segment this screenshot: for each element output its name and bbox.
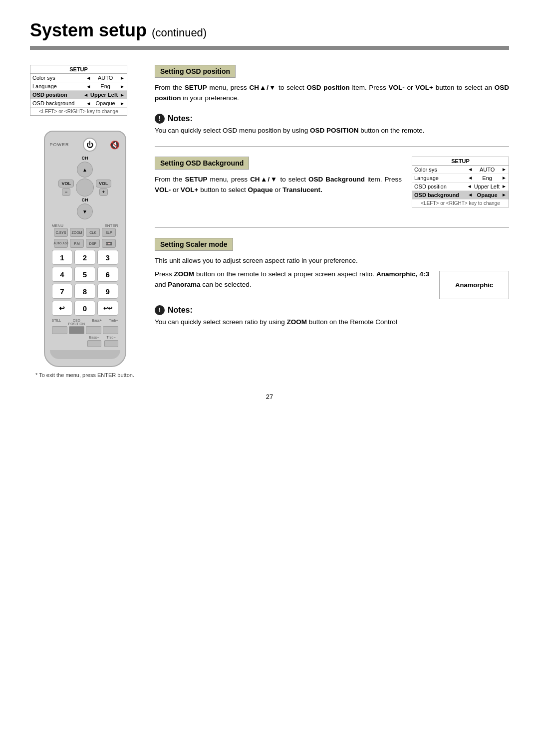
- page-title: System setup (continued): [30, 20, 509, 41]
- nav-cluster: CH ▲ VOL − VOL: [50, 156, 120, 220]
- num-4[interactable]: 4: [52, 267, 73, 282]
- bottom-btn-rows: STILL OSDPOSITION Bass+ Treb+ Bass−: [50, 319, 120, 347]
- scaler-para2: Press ZOOM button on the remote to selec…: [155, 269, 429, 290]
- dsp-button[interactable]: DSP: [86, 239, 100, 248]
- autoadj-button[interactable]: AUTO.ADJ: [54, 239, 68, 248]
- setup-row-colorsys-2: Color sys ◄ AUTO ►: [412, 166, 509, 174]
- notes-icon-2: !: [155, 305, 165, 315]
- osd-position-para1: From the SETUP menu, press CH▲/▼ to sele…: [155, 83, 509, 104]
- num-1[interactable]: 1: [52, 250, 73, 265]
- bassminus-label: Bass−: [89, 336, 99, 339]
- scaler-para1: This unit allows you to adjust screen as…: [155, 256, 429, 266]
- osd-position-content: From the SETUP menu, press CH▲/▼ to sele…: [155, 83, 509, 104]
- scaler-notes: ! Notes: You can quickly select screen r…: [155, 305, 509, 328]
- setup-row-language-2: Language ◄ Eng ►: [412, 174, 509, 183]
- notes-icon-1: !: [155, 114, 165, 124]
- remote-control: POWER ⏻ 🔇 CH ▲: [30, 131, 140, 378]
- menu-enter-row: MENU ENTER: [50, 223, 120, 228]
- setup-row-osdposition-2: OSD position ◄ Upper Left ►: [412, 183, 509, 191]
- zoom-button[interactable]: ZOOM: [70, 228, 84, 237]
- vol-plus-label: VOL: [96, 180, 111, 188]
- num-5[interactable]: 5: [74, 267, 95, 282]
- footnote: * To exit the menu, press ENTER button.: [35, 372, 134, 378]
- ch-up-label: CH: [82, 156, 88, 161]
- notes-text-1: You can quickly select OSD menu position…: [155, 126, 509, 136]
- prev-ch-button[interactable]: ↩: [52, 301, 73, 316]
- num-6[interactable]: 6: [97, 267, 118, 282]
- scaler-text: This unit allows you to adjust screen as…: [155, 256, 429, 300]
- remote-top-row: POWER ⏻ 🔇: [50, 138, 120, 152]
- enter-label: ENTER: [104, 223, 118, 228]
- last-ch-button[interactable]: ↩↩: [97, 301, 118, 316]
- notes-title-1: ! Notes:: [155, 114, 509, 124]
- setup-table-2-footer: <LEFT> or <RIGHT> key to change: [412, 199, 509, 207]
- bottom-btn-grid: [52, 326, 118, 334]
- still-label: STILL: [52, 319, 61, 326]
- scaler-layout: This unit allows you to adjust screen as…: [155, 256, 509, 300]
- power-label: POWER: [50, 142, 69, 147]
- speaker-icon: 🔇: [110, 140, 120, 150]
- setup-table-1-header: SETUP: [30, 65, 127, 74]
- pm-button[interactable]: P.M: [70, 239, 84, 248]
- num-0[interactable]: 0: [74, 301, 95, 316]
- setup-table-1: SETUP Color sys ◄ AUTO ► Language ◄ Eng …: [30, 65, 127, 116]
- left-column: SETUP Color sys ◄ AUTO ► Language ◄ Eng …: [30, 65, 140, 378]
- bass-minus-col: Bass−: [87, 336, 101, 347]
- treb-minus-col: Treb−: [104, 336, 118, 347]
- remote-body: POWER ⏻ 🔇 CH ▲: [44, 131, 126, 367]
- divider-2: [155, 227, 509, 228]
- osd-bg-content: From the SETUP menu, press CH▲/▼ to sele…: [155, 175, 402, 195]
- number-grid: 1 2 3 4 5 6 7 8 9 ↩ 0 ↩↩: [50, 250, 120, 316]
- osdpos-button[interactable]: [69, 326, 84, 334]
- right-column: Setting OSD position From the SETUP menu…: [155, 65, 509, 378]
- divider-1: [155, 146, 509, 147]
- anamorphic-box: Anamorphic: [439, 271, 509, 299]
- btn-row-csys: C.SYS ZOOM CLK SLP: [50, 228, 120, 237]
- setup-table-1-footer: <LEFT> or <RIGHT> key to change: [30, 108, 127, 115]
- csys-button[interactable]: C.SYS: [54, 228, 68, 237]
- num-3[interactable]: 3: [97, 250, 118, 265]
- remote-foot: [50, 350, 120, 359]
- nav-center-circle: [76, 179, 94, 196]
- osd-bg-text: Setting OSD Background From the SETUP me…: [155, 157, 402, 205]
- trebminus-button[interactable]: [104, 340, 118, 347]
- num-7[interactable]: 7: [52, 284, 73, 299]
- osd-background-section: Setting OSD Background From the SETUP me…: [155, 157, 509, 217]
- bassplus-label: Bass+: [92, 319, 102, 326]
- bassplus-button[interactable]: [86, 326, 101, 334]
- vol-minus-button[interactable]: −: [62, 188, 70, 196]
- scaler-mode-section: Setting Scaler mode This unit allows you…: [155, 238, 509, 328]
- num-8[interactable]: 8: [74, 284, 95, 299]
- bottom-labels-row: STILL OSDPOSITION Bass+ Treb+: [52, 319, 118, 326]
- setup-row-colorsys-1: Color sys ◄ AUTO ►: [30, 74, 127, 82]
- bassminus-button[interactable]: [87, 340, 101, 347]
- ch-down-button[interactable]: ▼: [77, 203, 93, 219]
- menu-label: MENU: [52, 223, 64, 228]
- osd-background-header: Setting OSD Background: [155, 157, 249, 170]
- osd-position-header: Setting OSD position: [155, 65, 236, 78]
- osdpos-label: OSDPOSITION: [68, 319, 85, 326]
- trebplus-button[interactable]: [103, 326, 118, 334]
- setup-table-2: SETUP Color sys ◄ AUTO ► Language ◄ Eng …: [412, 157, 509, 217]
- ch-up-button[interactable]: ▲: [77, 162, 93, 178]
- still-button[interactable]: [52, 326, 67, 334]
- num-2[interactable]: 2: [74, 250, 95, 265]
- trebplus-label: Treb+: [109, 319, 118, 326]
- ch-down-label: CH: [82, 197, 88, 202]
- num-9[interactable]: 9: [97, 284, 118, 299]
- slp-button[interactable]: SLP: [102, 228, 116, 237]
- vol-plus-button[interactable]: +: [99, 188, 108, 196]
- osd-bg-layout: Setting OSD Background From the SETUP me…: [155, 157, 509, 217]
- osd-bg-para: From the SETUP menu, press CH▲/▼ to sele…: [155, 175, 402, 195]
- scaler-mode-header: Setting Scaler mode: [155, 238, 233, 251]
- clk-button[interactable]: CLK: [86, 228, 100, 237]
- nav-mid-row: VOL − VOL +: [58, 179, 111, 196]
- page-number: 27: [30, 393, 509, 400]
- power-button[interactable]: ⏻: [83, 138, 97, 152]
- btn-row-autoadj: AUTO.ADJ P.M DSP 📼: [50, 239, 120, 248]
- setup-table-2-header: SETUP: [412, 157, 509, 166]
- top-divider-bar: [30, 46, 509, 50]
- cassette-button[interactable]: 📼: [102, 239, 116, 248]
- osd-position-section: Setting OSD position From the SETUP menu…: [155, 65, 509, 136]
- scaler-content: This unit allows you to adjust screen as…: [155, 256, 429, 290]
